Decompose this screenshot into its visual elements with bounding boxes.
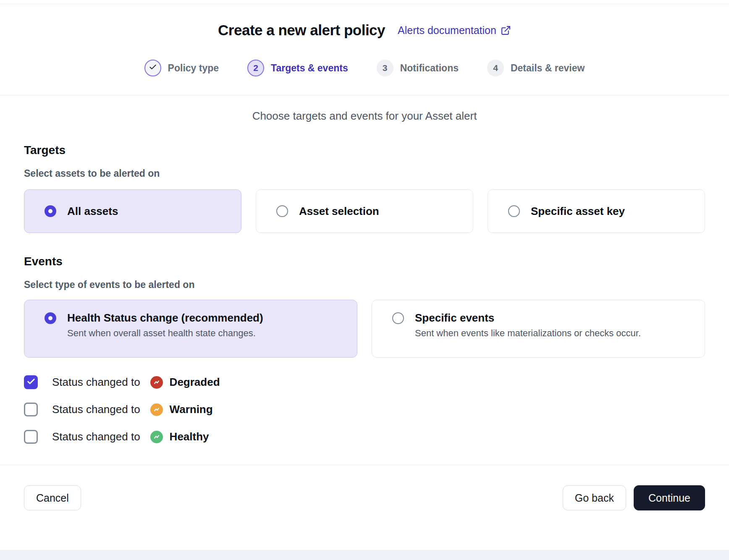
page-title: Create a new alert policy	[218, 22, 385, 39]
step-label: Targets & events	[271, 63, 348, 74]
top-divider	[0, 4, 729, 4]
status-prefix: Status changed to	[52, 430, 140, 443]
event-option-texts: Specific events Sent when events like ma…	[415, 311, 641, 339]
external-link-icon	[501, 25, 511, 36]
step-label: Details & review	[511, 63, 585, 74]
target-options: All assets Asset selection Specific asse…	[24, 189, 705, 233]
dialog-footer: Cancel Go back Continue	[0, 465, 729, 510]
status-name: Warning	[170, 403, 213, 416]
status-row-warning[interactable]: Status changed to Warning	[24, 403, 705, 416]
go-back-button[interactable]: Go back	[563, 485, 626, 510]
status-change-checkboxes: Status changed to Degraded Status change…	[24, 375, 705, 444]
status-name: Healthy	[170, 430, 209, 443]
option-label: Asset selection	[299, 205, 379, 218]
step-subtitle: Choose targets and events for your Asset…	[0, 110, 729, 123]
checkbox-warning[interactable]	[24, 403, 38, 416]
step-complete-circle	[144, 60, 161, 76]
degraded-trend-line-icon	[150, 376, 163, 389]
option-label: Specific asset key	[531, 205, 625, 218]
radio-asset-selection[interactable]	[276, 205, 288, 217]
event-option-specific-events[interactable]: Specific events Sent when events like ma…	[372, 300, 705, 358]
status-prefix: Status changed to	[52, 376, 140, 389]
create-alert-policy-dialog: Create a new alert policy Alerts documen…	[0, 0, 729, 560]
step-number: 4	[487, 60, 504, 76]
warning-trend-line-icon	[150, 403, 163, 416]
option-description: Sent when events like materializations o…	[415, 328, 641, 339]
targets-subheading: Select assets to be alerted on	[24, 168, 705, 179]
status-prefix: Status changed to	[52, 403, 140, 416]
events-subheading: Select type of events to be alerted on	[24, 279, 705, 290]
option-description: Sent when overall asset health state cha…	[67, 328, 263, 339]
alerts-documentation-label: Alerts documentation	[398, 24, 496, 37]
check-icon	[149, 63, 157, 73]
page-background-strip	[0, 550, 729, 560]
event-option-health-status-change[interactable]: Health Status change (recommended) Sent …	[24, 300, 357, 358]
option-label: Health Status change (recommended)	[67, 311, 263, 324]
step-targets-events[interactable]: 2 Targets & events	[247, 60, 348, 76]
step-policy-type[interactable]: Policy type	[144, 60, 219, 76]
event-options: Health Status change (recommended) Sent …	[24, 300, 705, 358]
step-number: 2	[247, 60, 264, 76]
step-number: 3	[377, 60, 393, 76]
status-row-degraded[interactable]: Status changed to Degraded	[24, 375, 705, 389]
target-option-specific-asset-key[interactable]: Specific asset key	[488, 189, 705, 233]
step-notifications[interactable]: 3 Notifications	[377, 60, 459, 76]
footer-actions: Go back Continue	[563, 485, 705, 510]
step-label: Notifications	[400, 63, 459, 74]
radio-specific-events[interactable]	[392, 312, 404, 324]
status-row-healthy[interactable]: Status changed to Healthy	[24, 430, 705, 444]
step-details-review[interactable]: 4 Details & review	[487, 60, 585, 76]
targets-heading: Targets	[24, 144, 705, 157]
alerts-documentation-link[interactable]: Alerts documentation	[398, 24, 511, 37]
radio-health-status-change[interactable]	[45, 312, 56, 324]
target-option-asset-selection[interactable]: Asset selection	[256, 189, 473, 233]
radio-specific-asset-key[interactable]	[508, 205, 520, 217]
option-label: Specific events	[415, 311, 641, 324]
event-option-texts: Health Status change (recommended) Sent …	[67, 311, 263, 339]
cancel-button[interactable]: Cancel	[24, 485, 81, 510]
step-label: Policy type	[168, 63, 219, 74]
radio-all-assets[interactable]	[45, 205, 56, 217]
targets-events-form: Targets Select assets to be alerted on A…	[0, 144, 729, 444]
checkbox-healthy[interactable]	[24, 430, 38, 444]
header-divider	[0, 95, 729, 95]
continue-button[interactable]: Continue	[634, 485, 705, 510]
events-heading: Events	[24, 255, 705, 268]
checkbox-degraded[interactable]	[24, 375, 38, 389]
status-name: Degraded	[170, 376, 220, 389]
option-label: All assets	[67, 205, 118, 218]
dialog-header: Create a new alert policy Alerts documen…	[0, 22, 729, 39]
check-icon	[26, 377, 36, 388]
stepper: Policy type 2 Targets & events 3 Notific…	[0, 60, 729, 76]
target-option-all-assets[interactable]: All assets	[24, 189, 241, 233]
healthy-trend-line-icon	[150, 431, 163, 443]
